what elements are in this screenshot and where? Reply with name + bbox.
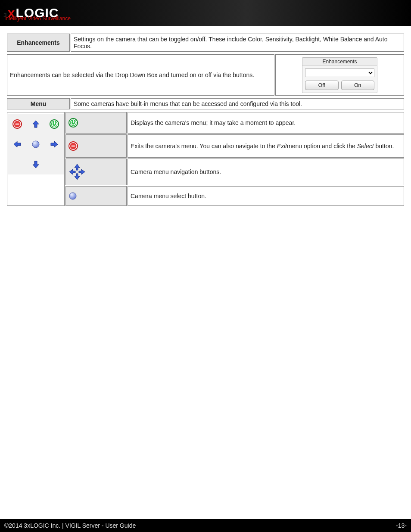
icon-cell-display [65,112,127,134]
stop-circle-icon [12,119,22,129]
power-circle-icon [68,118,78,128]
exit-em-2: Select [357,143,374,149]
page-footer: ©2014 3xLOGIC Inc. | VIGIL Server - User… [0,516,411,532]
enhancements-off-button[interactable]: Off [305,81,339,90]
enhancements-title-cell: Enhancements [7,34,70,52]
menu-body-table: Displays the camera's menu; it may take … [6,111,405,207]
desc-cell-exit: Exits the camera's menu. You can also na… [128,134,404,158]
navpad-select-button[interactable] [28,137,44,152]
exit-text-pre: Exits the camera's menu. You can also na… [131,143,277,149]
arrows-cluster-icon [68,163,86,180]
arrow-left-icon [13,140,22,149]
navpad-right-button[interactable] [47,137,62,152]
enhancements-widget-title: Enhancements [302,58,377,66]
sphere-icon [68,192,77,200]
icon-cell-nav [65,159,127,185]
header-banner: 3 x LOGIC Intelligent Video Surveillance [0,0,411,26]
navpad-exit-button[interactable] [9,116,25,132]
enhancements-header-table: Enhancements Settings on the camera that… [6,33,405,53]
svg-rect-10 [72,146,75,147]
brand-tagline: Intelligent Video Surveillance [4,16,71,22]
menu-header-table: Menu Some cameras have built-in menus th… [6,97,405,110]
exit-em-1: Exit [277,143,287,149]
arrow-up-icon [31,120,40,128]
camera-navpad [8,114,64,174]
enhancements-desc-cell: Settings on the camera that can be toggl… [71,34,404,52]
enhancements-on-button[interactable]: On [341,81,375,90]
enhancements-widget: Enhancements Off On [302,57,377,93]
enhancements-dropdown[interactable] [305,68,374,77]
svg-point-11 [69,193,76,199]
exit-text-mid: menu option and click the [287,143,357,149]
desc-cell-nav: Camera menu navigation buttons. [128,159,404,185]
sphere-icon [31,140,40,149]
desc-cell-display: Displays the camera's menu; it may take … [128,112,404,134]
navpad-cell [7,112,65,206]
navpad-left-button[interactable] [9,137,25,152]
svg-rect-2 [15,124,19,125]
navpad-down-button[interactable] [28,157,44,172]
desc-cell-select: Camera menu select button. [128,186,404,206]
enhancements-widget-cell: Enhancements Off On [275,54,404,96]
menu-desc-cell: Some cameras have built-in menus that ca… [71,98,404,109]
page-content: Enhancements Settings on the camera that… [0,26,411,516]
footer-right: -13- [396,522,407,529]
footer-left: ©2014 3xLOGIC Inc. | VIGIL Server - User… [4,522,136,529]
menu-title-cell: Menu [7,98,70,109]
navpad-up-button[interactable] [28,116,44,132]
arrow-down-icon [31,160,40,169]
enhancements-instr-cell: Enhancements can be selected via the Dro… [7,54,274,96]
navpad-display-button[interactable] [47,116,62,132]
icon-cell-select [65,186,127,206]
power-circle-icon [50,119,59,129]
svg-point-5 [32,141,39,148]
stop-circle-icon [68,141,78,151]
enhancements-instr-table: Enhancements can be selected via the Dro… [6,53,405,96]
arrow-right-icon [50,140,59,149]
exit-text-post: button. [374,143,394,149]
icon-cell-exit [65,134,127,158]
